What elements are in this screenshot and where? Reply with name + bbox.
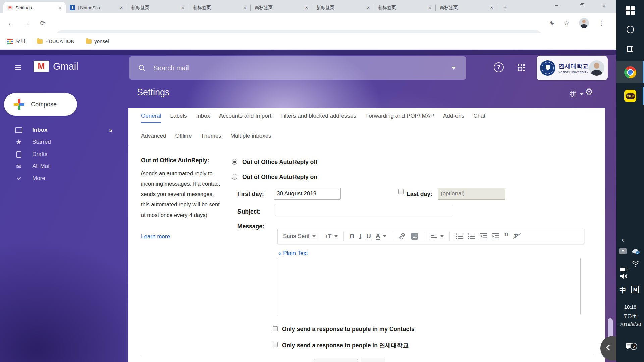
- task-view-button[interactable]: [616, 42, 644, 56]
- reload-button[interactable]: ⟳: [37, 17, 48, 29]
- tab-gmail-settings[interactable]: M Settings - ×: [3, 2, 66, 13]
- tab-namesilo[interactable]: | NameSilo ×: [66, 2, 127, 13]
- numbered-list-button[interactable]: [455, 233, 463, 240]
- settings-gear-icon[interactable]: ⚙: [585, 86, 593, 97]
- back-button[interactable]: ←: [5, 17, 17, 29]
- close-tab-icon[interactable]: ×: [118, 5, 124, 11]
- close-tab-icon[interactable]: ×: [180, 5, 186, 11]
- cancel-button[interactable]: Cancel: [361, 359, 385, 362]
- battery-icon[interactable]: [620, 268, 627, 272]
- taskbar-chrome-button[interactable]: [616, 61, 644, 83]
- main-menu-icon[interactable]: [15, 64, 21, 71]
- tab-forwarding[interactable]: Forwarding and POP/IMAP: [365, 113, 434, 123]
- subject-input[interactable]: [274, 205, 451, 217]
- text-color-button[interactable]: A: [376, 233, 387, 240]
- tab-themes[interactable]: Themes: [201, 133, 221, 142]
- tab-general[interactable]: General: [141, 113, 161, 123]
- tab-add-ons[interactable]: Add-ons: [443, 113, 464, 123]
- last-day-checkbox[interactable]: [398, 189, 404, 194]
- autoreply-on-radio[interactable]: [232, 174, 237, 180]
- search-bar[interactable]: Search mail: [129, 56, 466, 80]
- cortana-button[interactable]: [616, 22, 644, 37]
- message-textarea[interactable]: [277, 258, 581, 314]
- hidden-icons-chevron[interactable]: ‹: [618, 236, 627, 244]
- wifi-icon[interactable]: [631, 259, 640, 269]
- sidebar-item-all-mail[interactable]: ✉ All Mail: [0, 160, 121, 172]
- sidebar-item-drafts[interactable]: Drafts: [0, 148, 121, 160]
- tab-multiple-inboxes[interactable]: Multiple inboxes: [230, 133, 271, 142]
- help-icon[interactable]: ?: [494, 62, 504, 72]
- org-only-checkbox[interactable]: [273, 342, 278, 347]
- tab-new-tab[interactable]: 新标签页 ×: [251, 2, 312, 13]
- align-button[interactable]: [430, 233, 444, 240]
- font-select[interactable]: Sans Serif: [283, 233, 309, 240]
- close-tab-icon[interactable]: ×: [489, 5, 495, 11]
- insert-link-button[interactable]: [398, 232, 406, 240]
- ime-language-indicator[interactable]: 中: [619, 286, 626, 295]
- text-size-button[interactable]: TT: [325, 233, 338, 240]
- tab-accounts-and-import[interactable]: Accounts and Import: [219, 113, 271, 123]
- tab-inbox[interactable]: Inbox: [196, 113, 210, 123]
- sidebar-item-inbox[interactable]: Inbox 5: [0, 124, 121, 136]
- start-button[interactable]: [616, 3, 644, 18]
- scrollbar-thumb[interactable]: [608, 318, 613, 338]
- save-changes-button[interactable]: Save Changes: [314, 359, 358, 362]
- ime-mode-indicator[interactable]: M: [631, 286, 639, 293]
- bullet-list-button[interactable]: [468, 233, 475, 240]
- learn-more-link[interactable]: Learn more: [141, 233, 170, 240]
- close-tab-icon[interactable]: ×: [304, 5, 310, 11]
- insert-image-button[interactable]: [411, 233, 418, 240]
- forward-button[interactable]: →: [21, 17, 32, 29]
- tab-new-tab[interactable]: 新标签页 ×: [436, 2, 497, 13]
- bookmark-folder-education[interactable]: EDUCATION: [37, 38, 74, 44]
- input-method-button[interactable]: 拼: [570, 89, 584, 99]
- account-badge[interactable]: 연세대학교 YONSEI UNIVERSITY: [537, 56, 608, 80]
- minimize-button[interactable]: [549, 0, 564, 11]
- search-options-caret-icon[interactable]: [451, 67, 456, 70]
- tab-labels[interactable]: Labels: [170, 113, 187, 123]
- close-window-button[interactable]: ×: [596, 0, 612, 11]
- indent-more-button[interactable]: [492, 233, 499, 240]
- bookmark-folder-yonsei[interactable]: yonsei: [86, 38, 109, 44]
- quote-button[interactable]: ”: [504, 233, 509, 239]
- tab-new-tab[interactable]: 新标签页 ×: [127, 2, 189, 13]
- close-tab-icon[interactable]: ×: [365, 5, 371, 11]
- gmail-logo-icon[interactable]: M: [34, 61, 49, 72]
- sidebar-item-starred[interactable]: ★ Starred: [0, 136, 121, 148]
- tab-offline[interactable]: Offline: [175, 133, 192, 142]
- google-apps-icon[interactable]: [517, 64, 525, 71]
- compose-button[interactable]: Compose: [4, 93, 77, 116]
- tab-advanced[interactable]: Advanced: [141, 133, 166, 142]
- restore-button[interactable]: [574, 0, 589, 11]
- taskbar-kakaotalk-button[interactable]: TALK: [616, 86, 644, 106]
- tab-chat[interactable]: Chat: [473, 113, 485, 123]
- close-tab-icon[interactable]: ×: [57, 5, 63, 11]
- tray-chat-icon[interactable]: *: [619, 248, 627, 254]
- tab-new-tab[interactable]: 新标签页 ×: [189, 2, 251, 13]
- account-avatar[interactable]: [589, 60, 604, 76]
- onedrive-sync-icon[interactable]: [631, 248, 640, 256]
- close-tab-icon[interactable]: ×: [242, 5, 248, 11]
- first-day-input[interactable]: [274, 188, 341, 200]
- bookmark-star-icon[interactable]: ☆: [561, 17, 572, 29]
- browser-profile-avatar[interactable]: [579, 18, 589, 28]
- italic-button[interactable]: I: [359, 233, 362, 240]
- tab-new-tab[interactable]: 新标签页 ×: [312, 2, 374, 13]
- bold-button[interactable]: B: [350, 233, 354, 240]
- contacts-only-checkbox[interactable]: [273, 326, 278, 331]
- apps-shortcut[interactable]: 应用: [7, 38, 25, 44]
- volume-icon[interactable]: [619, 272, 629, 282]
- action-center-button[interactable]: 6: [616, 337, 644, 355]
- new-tab-button[interactable]: +: [500, 3, 510, 13]
- autoreply-off-radio[interactable]: [232, 159, 237, 165]
- remove-formatting-button[interactable]: T: [514, 233, 518, 240]
- plain-text-link[interactable]: « Plain Text: [278, 250, 308, 257]
- tab-filters[interactable]: Filters and blocked addresses: [280, 113, 356, 123]
- underline-button[interactable]: U: [366, 233, 371, 240]
- last-day-input[interactable]: [438, 188, 505, 200]
- browser-menu-icon[interactable]: ⋮: [596, 17, 607, 29]
- close-tab-icon[interactable]: ×: [427, 5, 433, 11]
- indent-less-button[interactable]: [480, 233, 487, 240]
- extension-icon[interactable]: ◈: [546, 17, 557, 29]
- sidebar-item-more[interactable]: More: [0, 172, 121, 184]
